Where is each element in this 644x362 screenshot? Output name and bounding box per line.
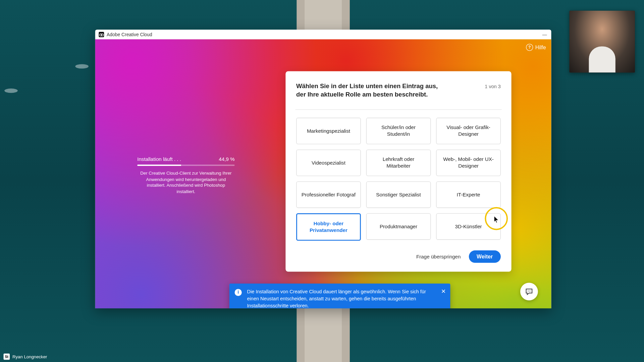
next-button[interactable]: Weiter: [469, 250, 501, 263]
install-progress-bar: [137, 165, 234, 166]
chat-icon: [525, 287, 533, 296]
help-link[interactable]: ? Hilfe: [526, 44, 546, 51]
svg-point-1: [101, 34, 104, 36]
install-percent-label: 44,9 %: [219, 157, 234, 162]
help-label: Hilfe: [535, 44, 546, 50]
install-status-label: Installation läuft . . .: [137, 157, 181, 162]
info-icon: i: [235, 289, 242, 296]
role-options-grid: MarketingspezialistSchüler/in oder Stude…: [296, 118, 501, 241]
webcam-overlay: [570, 11, 635, 73]
wallpaper-detail: [75, 64, 89, 68]
title-bar[interactable]: Adobe Creative Cloud —: [95, 29, 551, 39]
wallpaper-attribution: St Ryan Longnecker: [4, 354, 47, 360]
survey-step-indicator: 1 von 3: [485, 83, 501, 89]
chat-button[interactable]: [520, 283, 538, 300]
role-option[interactable]: Web-, Mobil- oder UX-Designer: [436, 149, 501, 176]
window-title: Adobe Creative Cloud: [107, 32, 152, 37]
role-option[interactable]: 3D-Künstler: [436, 213, 501, 240]
help-icon: ?: [526, 44, 533, 51]
svg-point-3: [529, 291, 529, 291]
wallpaper-detail: [4, 88, 18, 93]
role-option[interactable]: Marketingspezialist: [296, 118, 361, 144]
window-body: ? Hilfe Installation läuft . . . 44,9 % …: [95, 39, 551, 308]
install-description: Der Creative Cloud-Client zur Verwaltung…: [137, 170, 234, 194]
role-option[interactable]: Hobby- oder Privatanwender: [296, 213, 361, 241]
role-option[interactable]: Sonstiger Spezialist: [366, 181, 431, 208]
role-survey-card: Wählen Sie in der Liste unten einen Eint…: [285, 71, 511, 272]
survey-heading: Wählen Sie in der Liste unten einen Eint…: [296, 82, 442, 99]
skip-question-link[interactable]: Frage überspringen: [416, 254, 461, 259]
svg-point-4: [530, 291, 531, 291]
app-window: Adobe Creative Cloud — ? Hilfe Installat…: [95, 29, 551, 308]
install-progress-panel: Installation läuft . . . 44,9 % Der Crea…: [137, 157, 234, 194]
role-option[interactable]: Schüler/in oder Student/in: [366, 118, 431, 144]
role-option[interactable]: IT-Experte: [436, 181, 501, 208]
role-option[interactable]: Professioneller Fotograf: [296, 181, 361, 208]
install-warning-toast: i Die Installation von Creative Cloud da…: [229, 284, 450, 308]
minimize-button[interactable]: —: [541, 32, 547, 38]
wallpaper-author: Ryan Longnecker: [12, 354, 47, 359]
stock-badge-icon: St: [4, 354, 10, 360]
role-option[interactable]: Lehrkraft oder Mitarbeiter: [366, 149, 431, 176]
toast-message: Die Installation von Creative Cloud daue…: [247, 289, 426, 308]
role-option[interactable]: Produktmanager: [366, 213, 431, 240]
svg-point-2: [528, 291, 528, 291]
creative-cloud-logo-icon: [99, 32, 104, 37]
divider: [295, 109, 501, 110]
role-option[interactable]: Videospezialist: [296, 149, 361, 176]
toast-close-button[interactable]: ✕: [441, 288, 446, 296]
role-option[interactable]: Visual- oder Grafik-Designer: [436, 118, 501, 144]
